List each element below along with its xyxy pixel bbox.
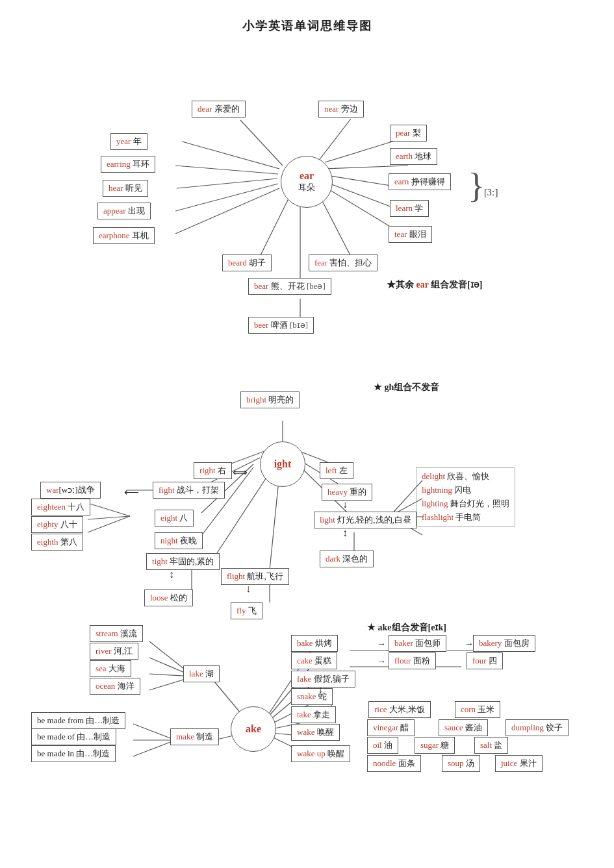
svg-line-43: [133, 724, 175, 740]
box-delight: delight 欣喜、愉快: [422, 471, 509, 482]
box-earn: earn 挣得赚得: [389, 173, 451, 190]
svg-line-30: [88, 503, 130, 516]
box-hear: hear 听见: [103, 180, 148, 197]
box-war: war[wɔː]战争: [40, 482, 101, 499]
box-cake: cake 蛋糕: [291, 652, 337, 669]
box-river: river 河,江: [90, 643, 138, 660]
box-fake: fake 假货,骗子: [291, 671, 355, 688]
bracket-right: }: [468, 167, 485, 203]
svg-line-8: [175, 184, 278, 211]
box-bakery: bakery 面包房: [473, 635, 535, 652]
center-ight: ight: [260, 441, 305, 487]
ake-label: ake: [246, 723, 261, 735]
box-bear: bear 熊、开花 [beə]: [248, 278, 331, 295]
cake-flour-arrow: →: [377, 656, 386, 667]
box-pear: pear 梨: [390, 125, 427, 142]
flight-fly-arrow: ↓: [246, 583, 251, 595]
box-tight: tight 牢固的,紧的: [146, 553, 220, 570]
fake-down-arrow: ↓: [318, 685, 323, 695]
star-note-ear: ★其余 ear 组合发音[ɪə]: [387, 279, 483, 291]
box-lake: lake 湖: [183, 665, 220, 682]
box-bright: bright 明亮的: [240, 391, 300, 408]
box-sugar: sugar 糖: [415, 737, 455, 754]
box-fear: fear 害怕、担心: [309, 254, 377, 271]
svg-line-0: [240, 120, 283, 166]
svg-line-25: [270, 474, 279, 570]
box-snake: snake 蛇: [291, 688, 333, 705]
box-learn: learn 学: [390, 200, 429, 217]
bake-baker-arrow: →: [377, 639, 386, 649]
box-soup: soup 汤: [442, 755, 480, 772]
box-corn: corn 玉米: [455, 701, 500, 718]
box-lightning: lightning 闪电: [422, 484, 509, 496]
tight-loose-arrow: ↕: [169, 569, 174, 580]
box-beer: beer 啤酒 [bɪə]: [248, 317, 314, 334]
box-appear: appear 出现: [97, 203, 151, 219]
svg-line-2: [182, 142, 279, 169]
center-ake: ake: [231, 706, 276, 752]
box-bake: bake 烘烤: [291, 635, 338, 652]
box-dumpling: dumpling 饺子: [505, 719, 569, 736]
box-dear: dear 亲爱的: [192, 101, 246, 118]
box-earring: earring 耳环: [101, 156, 155, 173]
svg-line-31: [88, 516, 130, 519]
svg-line-10: [175, 188, 279, 234]
box-salt: salt 盐: [474, 737, 508, 754]
right-group: delight 欣喜、愉快 lightning 闪电 lighting 舞台灯光…: [416, 467, 515, 527]
bracket-label: [3ː]: [484, 187, 498, 198]
star-note-ake: ★ ake组合发音[eɪk]: [367, 622, 446, 634]
box-night: night 夜晚: [155, 532, 203, 549]
box-four: four 四: [467, 652, 503, 669]
box-eighty: eighty 八十: [31, 516, 83, 533]
box-loose: loose 松的: [144, 589, 193, 606]
box-make: make 制造: [170, 728, 219, 745]
box-wake: wake 唤醒: [291, 724, 340, 741]
box-oil: oil 油: [367, 737, 398, 754]
box-earth: earth 地球: [390, 148, 437, 165]
right-left-arrow: ⟺: [233, 466, 248, 478]
box-earphone: earphone 耳机: [93, 227, 155, 244]
box-vinegar: vinegar 醋: [367, 719, 415, 736]
box-rice: rice 大米,米饭: [368, 701, 431, 718]
page-title: 小学英语单词思维导图: [0, 6, 614, 40]
box-eighth: eighth 第八: [31, 534, 83, 551]
heavy-down-arrow: ↓: [342, 499, 348, 510]
box-noodle: noodle 面条: [367, 755, 421, 772]
box-flashlight: flashlight 手电筒: [422, 512, 509, 523]
box-wake-up: wake up 唤醒: [291, 745, 350, 762]
box-baker: baker 面包师: [389, 635, 446, 652]
box-beard: beard 胡子: [222, 254, 272, 271]
box-sea: sea 大海: [90, 660, 131, 677]
box-fly: fly 飞: [231, 602, 262, 619]
box-be-made-from: be made from 由…制造: [31, 712, 125, 729]
svg-line-45: [133, 740, 175, 756]
box-take: take 拿走: [291, 706, 336, 723]
ear-cn: 耳朵: [298, 182, 315, 193]
box-light: light 灯光,轻的,浅的,白昼: [314, 512, 417, 528]
box-left: left 左: [320, 462, 353, 479]
svg-line-6: [177, 179, 277, 188]
box-sauce: sauce 酱油: [439, 719, 488, 736]
box-juice: juice 果汁: [495, 755, 543, 772]
svg-line-4: [175, 166, 278, 174]
box-lighting: lighting 舞台灯光，照明: [422, 498, 509, 510]
star-note-gh: ★ gh组合不发音: [374, 382, 439, 393]
svg-line-32: [88, 516, 130, 532]
box-flight: flight 航班,飞行: [221, 568, 289, 585]
box-stream: stream 溪流: [90, 625, 143, 642]
svg-line-13: [318, 193, 351, 256]
box-eighteen: eighteen 十八: [31, 499, 90, 515]
svg-line-1: [318, 119, 351, 161]
box-be-made-in: be made in 由…制造: [31, 745, 116, 762]
box-near: near 旁边: [318, 101, 364, 118]
ight-label: ight: [274, 458, 292, 470]
light-dark-arrow: ↕: [342, 527, 348, 539]
box-flour: flour 面粉: [389, 652, 436, 669]
box-tear: tear 眼泪: [389, 226, 432, 243]
box-year: year 年: [110, 133, 147, 150]
war-fight-arrow: ⟵: [124, 486, 139, 498]
svg-line-37: [214, 682, 240, 713]
ear-en: ear: [300, 170, 314, 182]
box-be-made-of: be made of 由…制造: [31, 728, 116, 745]
svg-line-5: [325, 166, 408, 169]
